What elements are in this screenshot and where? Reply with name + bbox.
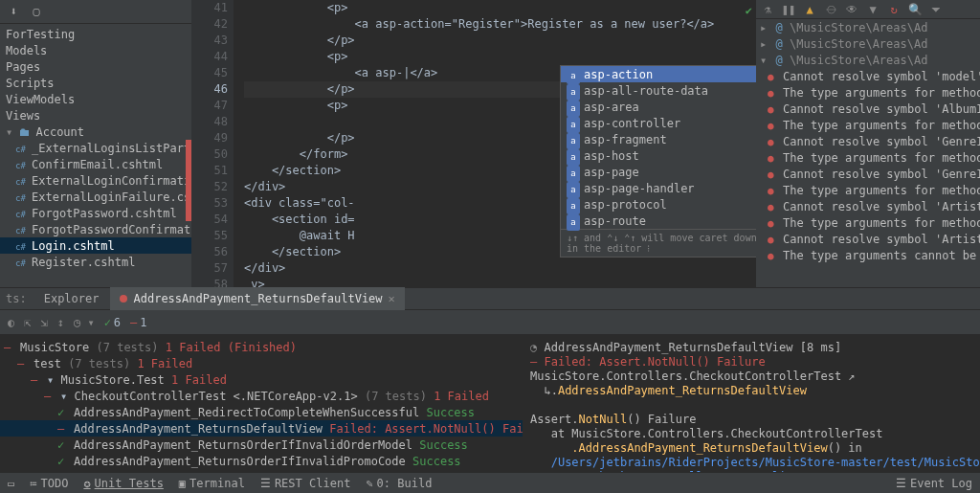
completion-item[interactable]: aasp-protocol: [561, 196, 756, 213]
arrow-down-icon[interactable]: ⬇: [6, 4, 21, 19]
panel-icon[interactable]: ▢: [29, 4, 44, 19]
tab-label: AddressAndPayment_ReturnsDefaultView: [133, 292, 382, 305]
error-item[interactable]: Cannot resolve symbol 'GenreId: [756, 133, 980, 149]
error-item[interactable]: The type arguments cannot be in: [756, 247, 980, 263]
error-group[interactable]: ▸ @ \MusicStore\Areas\Ad: [756, 19, 980, 35]
error-item[interactable]: Cannot resolve symbol 'GenreId: [756, 166, 980, 182]
tree-file[interactable]: c#ForgotPassword.cshtml: [0, 205, 191, 221]
tab-label: Explorer: [44, 292, 100, 305]
problems-panel: ⚗ ❚❚ ▲ ⦵ 👁 ▼ ↻ 🔍 ⏷ ▸ @ \MusicStore\Areas…: [756, 0, 980, 287]
completion-item[interactable]: aasp-all-route-data: [561, 82, 756, 99]
tree-folder[interactable]: ViewModels: [0, 91, 191, 107]
completion-hint: ↓↑ and ⌃↓ ⌃↑ will move caret down and up…: [561, 229, 756, 257]
code-editor[interactable]: ✔ 41424344454647484950515253545556575859…: [191, 0, 756, 287]
test-tree-row[interactable]: ✓AddressAndPayment_RedirectToCompleteWhe…: [0, 404, 523, 420]
search-icon[interactable]: 🔍: [907, 2, 923, 17]
error-item[interactable]: The type arguments for method: [756, 214, 980, 231]
completion-item[interactable]: aasp-page-handler: [561, 180, 756, 196]
flask-icon[interactable]: ⚗: [760, 2, 775, 17]
hide-panel-icon[interactable]: ▭: [8, 477, 14, 490]
project-toolbar: ⬇ ▢: [0, 0, 191, 24]
completion-item[interactable]: aasp-area: [561, 99, 756, 115]
test-detail: ◔ AddressAndPayment_ReturnsDefaultView […: [523, 335, 980, 493]
collapse-icon[interactable]: ⇲: [40, 316, 47, 329]
tree-file[interactable]: c#_ExternalLoginsListPartial.cs: [0, 140, 191, 156]
error-item[interactable]: The type arguments for method: [756, 182, 980, 198]
warning-icon[interactable]: ▲: [802, 2, 817, 17]
test-tree-row[interactable]: ✓AddressAndPayment_ReturnsOrderIfInvalid…: [0, 437, 523, 453]
tree-file[interactable]: c#ForgotPasswordConfirmatio: [0, 221, 191, 237]
project-tree-panel: ⬇ ▢ ForTestingModelsPagesScriptsViewMode…: [0, 0, 191, 287]
error-group[interactable]: ▾ @ \MusicStore\Areas\Ad: [756, 52, 980, 68]
pass-count: 6: [104, 316, 121, 329]
tree-folder[interactable]: ForTesting: [0, 26, 191, 42]
eye-icon[interactable]: 👁: [844, 2, 859, 17]
completion-item[interactable]: aasp-controller: [561, 115, 756, 131]
problems-toolbar: ⚗ ❚❚ ▲ ⦵ 👁 ▼ ↻ 🔍 ⏷: [756, 0, 980, 19]
hide-icon[interactable]: ⦵: [823, 2, 838, 17]
completion-item[interactable]: aasp-route: [561, 213, 756, 229]
error-item[interactable]: Cannot resolve symbol 'ArtistId: [756, 231, 980, 247]
tool-tabs: ts: Explorer AddressAndPayment_ReturnsDe…: [0, 287, 980, 310]
tree-file[interactable]: c#ExternalLoginFailure.cshtml: [0, 189, 191, 205]
test-toolbar: ◐ ⇱ ⇲ ↕ ◷ ▾ 6 1: [0, 310, 980, 335]
error-item[interactable]: Cannot resolve symbol 'ArtistId: [756, 198, 980, 214]
completion-item[interactable]: aasp-page: [561, 164, 756, 180]
theme-toggle-icon[interactable]: ◐: [8, 316, 14, 329]
test-tree-row[interactable]: —test (7 tests) 1 Failed: [0, 355, 523, 371]
options-icon[interactable]: ⏷: [928, 2, 944, 17]
test-tree-row[interactable]: —▾ CheckoutControllerTest <.NETCoreApp-v…: [0, 388, 523, 404]
expand-icon[interactable]: ⇱: [24, 316, 31, 329]
error-item[interactable]: The type arguments for method: [756, 84, 980, 101]
tree-file[interactable]: c#Login.cshtml: [0, 237, 191, 254]
sort-icon[interactable]: ↕: [57, 316, 64, 329]
close-tab-icon[interactable]: ✕: [389, 292, 395, 305]
completion-item[interactable]: aasp-host: [561, 147, 756, 164]
unit-tests-tab[interactable]: ✪ Unit Tests: [83, 477, 163, 490]
options-icon[interactable]: ◷ ▾: [74, 316, 95, 329]
test-tree-row[interactable]: —AddressAndPayment_ReturnsDefaultView Fa…: [0, 420, 523, 437]
completion-popup[interactable]: aasp-actionaasp-all-route-dataaasp-areaa…: [560, 65, 756, 258]
test-tree-row[interactable]: —▾ MusicStore.Test 1 Failed: [0, 371, 523, 388]
event-log-tab[interactable]: ☰ Event Log: [896, 477, 972, 490]
error-group[interactable]: ▸ @ \MusicStore\Areas\Ad: [756, 35, 980, 52]
tree-folder[interactable]: Scripts: [0, 75, 191, 91]
fail-dot-icon: [120, 295, 127, 303]
test-tree-row[interactable]: —MusicStore (7 tests) 1 Failed (Finished…: [0, 339, 523, 355]
build-tab[interactable]: ✎ 0: Build: [366, 477, 432, 490]
tree-folder-account[interactable]: 🖿Account: [0, 123, 191, 140]
test-tree[interactable]: —MusicStore (7 tests) 1 Failed (Finished…: [0, 335, 523, 493]
line-number-gutter: 4142434445464748495051525354555657585960…: [191, 0, 234, 287]
error-item[interactable]: Cannot resolve symbol 'AlbumId: [756, 101, 980, 117]
fail-count: 1: [130, 316, 146, 329]
rest-client-tab[interactable]: ☰ REST Client: [260, 477, 350, 490]
tab-test-result[interactable]: AddressAndPayment_ReturnsDefaultView ✕: [110, 287, 404, 310]
tree-file[interactable]: c#ExternalLoginConfirmation: [0, 172, 191, 189]
refresh-icon[interactable]: ↻: [886, 2, 902, 17]
error-item[interactable]: Cannot resolve symbol 'model': [756, 68, 980, 84]
completion-item[interactable]: aasp-fragment: [561, 131, 756, 147]
error-item[interactable]: The type arguments for method: [756, 117, 980, 133]
tree-folder[interactable]: Pages: [0, 58, 191, 75]
completion-item[interactable]: aasp-action: [561, 66, 756, 82]
tree-folder[interactable]: Views: [0, 107, 191, 123]
tree-folder[interactable]: Models: [0, 42, 191, 58]
tree-file[interactable]: c#Register.cshtml: [0, 254, 191, 270]
pause-icon[interactable]: ❚❚: [781, 2, 796, 17]
tree-file[interactable]: c#ConfirmEmail.cshtml: [0, 156, 191, 172]
tab-explorer[interactable]: Explorer: [34, 287, 109, 310]
terminal-tab[interactable]: ▣ Terminal: [179, 477, 245, 490]
todo-tab[interactable]: ≔ TODO: [30, 477, 68, 490]
status-bar: ▭ ≔ TODO ✪ Unit Tests ▣ Terminal ☰ REST …: [0, 472, 980, 493]
error-item[interactable]: The type arguments for method: [756, 149, 980, 166]
test-results-panel: —MusicStore (7 tests) 1 Failed (Finished…: [0, 335, 980, 493]
tabs-label: ts:: [6, 292, 27, 305]
test-tree-row[interactable]: ✓AddressAndPayment_ReturnsOrderIfInvalid…: [0, 453, 523, 469]
filter-icon[interactable]: ▼: [865, 2, 880, 17]
